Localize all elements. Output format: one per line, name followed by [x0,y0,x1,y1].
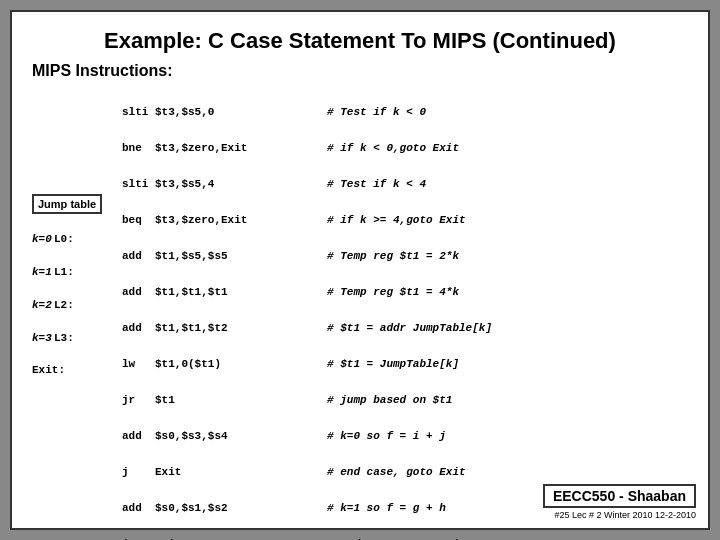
comments-column: # Test if k < 0 # if k < 0,goto Exit # T… [327,86,492,540]
k-label-1: k=1 L1: [32,265,122,280]
comment-10: # end case, goto Exit [327,466,466,478]
slide-title: Example: C Case Statement To MIPS (Conti… [32,28,688,54]
code-line-8: jr $t1 [122,394,175,406]
slide: Example: C Case Statement To MIPS (Conti… [10,10,710,530]
slide-info: #25 Lec # 2 Winter 2010 12-2-2010 [554,510,696,520]
comment-4: # Temp reg $t1 = 2*k [327,250,459,262]
comment-0: # Test if k < 0 [327,106,426,118]
exit-text: Exit: [32,363,65,378]
l-label-1: L1: [54,265,86,280]
slide-subtitle: MIPS Instructions: [32,62,688,80]
code-line-11: add $s0,$s1,$s2 [122,502,228,514]
code-line-4: add $t1,$s5,$s5 [122,250,228,262]
comment-5: # Temp reg $t1 = 4*k [327,286,459,298]
l-label-0: L0: [54,232,86,247]
comment-11: # k=1 so f = g + h [327,502,446,514]
k-label-3: k=3 L3: [32,331,122,346]
comment-8: # jump based on $t1 [327,394,452,406]
comment-3: # if k >= 4,goto Exit [327,214,466,226]
comment-7: # $t1 = JumpTable[k] [327,358,459,370]
k-val-2: k=2 [32,298,54,313]
code-line-2: slti $t3,$s5,4 [122,178,214,190]
k-val-0: k=0 [32,232,54,247]
comment-9: # k=0 so f = i + j [327,430,446,442]
k-label-0: k=0 L0: [32,232,122,247]
code-line-7: lw $t1,0($t1) [122,358,221,370]
code-line-9: add $s0,$s3,$s4 [122,430,228,442]
left-labels: Jump table k=0 L0: k=1 L1: k=2 L2: [32,86,122,540]
exit-label: Exit: [32,363,122,378]
code-line-0: slti $t3,$s5,0 [122,106,214,118]
jump-table-label: Jump table [32,194,102,214]
l-label-3: L3: [54,331,86,346]
main-code: slti $t3,$s5,0 bne $t3,$zero,Exit slti $… [122,86,317,540]
k-val-1: k=1 [32,265,54,280]
code-line-6: add $t1,$t1,$t2 [122,322,228,334]
eecc-badge: EECC550 - Shaaban [543,484,696,508]
comment-1: # if k < 0,goto Exit [327,142,459,154]
comment-6: # $t1 = addr JumpTable[k] [327,322,492,334]
k-label-2: k=2 L2: [32,298,122,313]
code-line-3: beq $t3,$zero,Exit [122,214,247,226]
code-line-5: add $t1,$t1,$t1 [122,286,228,298]
k-val-3: k=3 [32,331,54,346]
l-label-2: L2: [54,298,86,313]
bottom-bar: EECC550 - Shaaban #25 Lec # 2 Winter 201… [543,484,696,520]
code-line-1: bne $t3,$zero,Exit [122,142,247,154]
comment-2: # Test if k < 4 [327,178,426,190]
code-line-10: j Exit [122,466,181,478]
